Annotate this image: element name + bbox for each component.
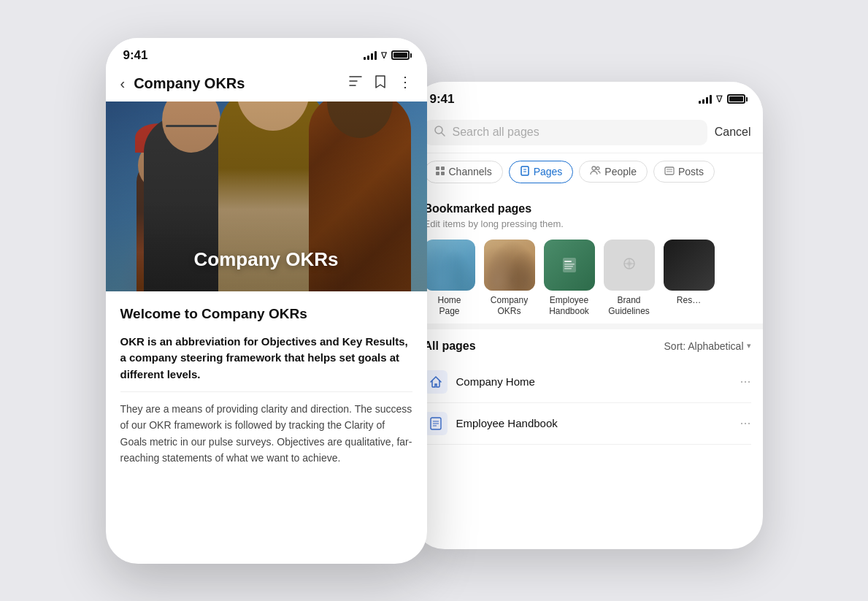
hero-overlay: Company OKRs (106, 102, 427, 291)
svg-rect-17 (564, 266, 573, 267)
posts-icon (664, 166, 675, 177)
bookmark-brand-guidelines[interactable]: BrandGuidelines (604, 240, 655, 318)
wifi-icon-front: ∇ (381, 50, 387, 61)
status-bar-front: 9:41 ∇ (106, 38, 427, 69)
svg-rect-6 (521, 166, 529, 175)
sort-arrow-icon: ▾ (747, 341, 751, 351)
search-field[interactable]: Search all pages (424, 120, 707, 145)
hero-title: Company OKRs (194, 248, 339, 271)
bookmark-employee-handbook[interactable]: EmployeeHandbook (544, 240, 595, 318)
page-icon-company-home (424, 370, 448, 394)
time-front: 9:41 (123, 48, 148, 63)
search-bar: Search all pages Cancel (412, 112, 763, 153)
signal-icon-front (364, 50, 377, 60)
svg-rect-11 (665, 167, 674, 175)
svg-line-1 (442, 133, 445, 136)
phone-back: 9:41 ∇ Search all pages (412, 82, 763, 549)
tab-people[interactable]: People (579, 161, 648, 183)
more-vert-icon[interactable]: ⋮ (398, 74, 412, 93)
cancel-button[interactable]: Cancel (715, 126, 751, 139)
pages-icon (520, 166, 530, 178)
scene: 9:41 ∇ Search all pages (106, 38, 763, 564)
content-divider (120, 391, 412, 392)
svg-rect-14 (563, 258, 576, 272)
svg-rect-5 (441, 172, 445, 175)
bookmarks-row: HomePage CompanyOKRs (424, 240, 751, 318)
time-back: 9:41 (430, 92, 455, 107)
welcome-heading: Welcome to Company OKRs (120, 306, 412, 322)
tab-pages-label: Pages (534, 166, 563, 177)
page-name-employee-handbook: Employee Handbook (456, 417, 740, 429)
search-placeholder: Search all pages (453, 126, 539, 139)
content-area: Welcome to Company OKRs OKR is an abbrev… (106, 291, 427, 478)
bookmark-label-okrs: CompanyOKRs (491, 295, 528, 318)
people-icon (590, 166, 601, 177)
bookmark-thumb-brand (604, 240, 655, 291)
bookmark-thumb-home (424, 240, 475, 291)
svg-rect-3 (441, 166, 445, 170)
tab-pages[interactable]: Pages (509, 161, 574, 183)
svg-rect-15 (564, 261, 572, 262)
all-pages-title: All pages (424, 340, 476, 353)
nav-actions: ⋮ (348, 74, 412, 93)
status-bar-back: 9:41 ∇ (412, 82, 763, 112)
bookmark-label-home: HomePage (437, 295, 461, 318)
svg-rect-16 (564, 264, 575, 265)
bookmark-thumb-okrs (484, 240, 535, 291)
section-divider (412, 324, 763, 329)
nav-bar: ‹ Company OKRs ⋮ (106, 69, 427, 102)
all-pages-section: All pages Sort: Alphabetical ▾ Company H… (412, 329, 763, 451)
bookmark-company-okrs[interactable]: CompanyOKRs (484, 240, 535, 318)
outline-icon[interactable] (348, 74, 363, 93)
list-item-company-home[interactable]: Company Home ··· (424, 361, 751, 403)
bookmark-label-brand: BrandGuidelines (608, 295, 650, 318)
tab-channels-label: Channels (449, 166, 492, 177)
filter-tabs: Channels Pages (412, 153, 763, 191)
phone-front: 9:41 ∇ ‹ Company OKRs (106, 38, 427, 564)
bookmark-thumb-res (664, 240, 715, 291)
channels-icon (435, 166, 445, 178)
bookmark-res[interactable]: Res… (664, 240, 715, 318)
more-icon-company-home[interactable]: ··· (740, 374, 750, 389)
sort-button[interactable]: Sort: Alphabetical ▾ (664, 340, 751, 352)
bookmark-home-page[interactable]: HomePage (424, 240, 475, 318)
tab-channels[interactable]: Channels (424, 161, 503, 183)
svg-point-9 (592, 166, 596, 170)
more-icon-employee-handbook[interactable]: ··· (740, 416, 750, 431)
bookmark-icon[interactable] (375, 74, 386, 93)
hero-image: Company OKRs (106, 102, 427, 291)
list-item-employee-handbook[interactable]: Employee Handbook ··· (424, 403, 751, 445)
status-icons-back: ∇ (699, 93, 745, 104)
bookmark-label-res: Res… (677, 295, 701, 307)
bookmarked-section: Bookmarked pages Edit items by long pres… (412, 191, 763, 324)
bookmarked-subtitle: Edit items by long pressing them. (424, 218, 751, 229)
page-icon-employee-handbook (424, 412, 448, 435)
battery-icon (727, 94, 745, 104)
nav-title: Company OKRs (134, 75, 347, 92)
tab-posts[interactable]: Posts (653, 161, 715, 183)
okr-description-body: They are a means of providing clarity an… (120, 401, 412, 467)
wifi-icon: ∇ (716, 93, 723, 104)
bookmark-thumb-handbook (544, 240, 595, 291)
svg-point-10 (596, 167, 599, 170)
search-icon (434, 126, 445, 139)
sort-label: Sort: Alphabetical (664, 340, 744, 352)
bookmark-label-handbook: EmployeeHandbook (549, 295, 589, 318)
okr-description-bold: OKR is an abbreviation for Objectives an… (120, 334, 412, 383)
svg-rect-18 (564, 268, 572, 269)
page-name-company-home: Company Home (456, 375, 740, 388)
svg-rect-2 (436, 166, 439, 170)
battery-icon-front (391, 50, 410, 60)
tab-posts-label: Posts (678, 166, 704, 177)
svg-rect-4 (436, 172, 439, 175)
status-icons-front: ∇ (364, 50, 410, 61)
tab-people-label: People (604, 166, 637, 177)
all-pages-header: All pages Sort: Alphabetical ▾ (424, 340, 751, 353)
bookmarked-title: Bookmarked pages (424, 202, 751, 215)
back-button[interactable]: ‹ (120, 75, 126, 92)
signal-icon (699, 94, 712, 104)
